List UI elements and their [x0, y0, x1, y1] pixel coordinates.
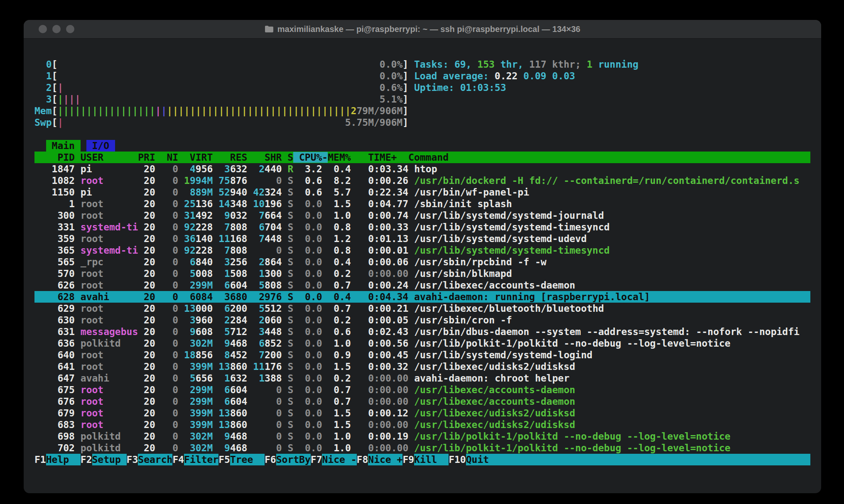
process-row[interactable]: 300 root 20 0 31492 9032 7664 S 0.0 1.0 …: [34, 210, 810, 221]
command-cell: /usr/libexec/udisks2/udisksd: [414, 419, 575, 430]
process-row[interactable]: 641 root 20 0 399M 13860 11176 S 0.0 1.5…: [34, 361, 810, 372]
process-row[interactable]: 698 polkitd 20 0 302M 9468 0 S 0.0 1.0 0…: [34, 431, 810, 442]
fkey-label-search[interactable]: Search: [138, 454, 172, 465]
bar-segment: |: [161, 105, 167, 116]
window-title: maximiliankaske — pi@raspberrypi: ~ — ss…: [277, 24, 580, 34]
cpu-cell: 0.0: [293, 443, 322, 453]
command-cell: htop: [414, 164, 437, 174]
ni-cell: 0: [155, 233, 178, 244]
cpu-cell: 0.0: [293, 257, 322, 267]
command-cell: /usr/libexec/bluetooth/bluetoothd: [414, 303, 604, 314]
fkey-f9[interactable]: F9: [402, 454, 414, 465]
process-row[interactable]: 565 _rpc 20 0 6840 3256 2864 S 0.0 0.4 0…: [34, 256, 810, 268]
bar-segment: |: [57, 117, 63, 128]
column-headers[interactable]: MEM% TIME+ Command: [328, 152, 449, 163]
sort-column-header-cpu[interactable]: CPU%-: [293, 152, 328, 163]
minimize-button[interactable]: [52, 25, 61, 33]
fkey-label-tree[interactable]: Tree: [230, 454, 265, 465]
ni-cell: 0: [155, 222, 178, 232]
meter-row-2: 2[|0.6%] Uptime: 01:03:53: [34, 82, 810, 93]
process-row[interactable]: 679 root 20 0 399M 13860 0 S 0.0 1.5 0:0…: [34, 407, 810, 419]
ni-cell: 0: [155, 268, 178, 279]
meter-bar: |5.75M/906M: [57, 117, 402, 128]
cpu-cell: 0.0: [293, 326, 322, 337]
time-cell: 0:00.00: [351, 373, 408, 384]
tab-io[interactable]: I/O: [86, 140, 115, 152]
process-row[interactable]: 629 root 20 0 13000 6200 5512 S 0.0 0.7 …: [34, 303, 810, 314]
process-row[interactable]: 570 root 20 0 5008 1508 1300 S 0.0 0.2 0…: [34, 268, 810, 279]
command-cell: /usr/libexec/accounts-daemon: [414, 384, 575, 395]
cpu-cell: 0.0: [293, 338, 322, 349]
meter-label: 0: [34, 59, 52, 70]
fkey-f10[interactable]: F10: [449, 454, 466, 465]
process-row[interactable]: 1082 root 20 0 1994M 75876 0 S 0.6 8.2 0…: [34, 175, 810, 186]
close-button[interactable]: [39, 25, 47, 33]
fkey-label-nice[interactable]: Nice +: [368, 454, 402, 465]
fkey-label-kill[interactable]: Kill: [414, 454, 449, 465]
fkey-f6[interactable]: F6: [265, 454, 276, 465]
mem-cell: 0.7: [322, 303, 351, 314]
process-row[interactable]: 365 systemd-ti 20 0 92228 7808 0 S 0.0 0…: [34, 245, 810, 256]
state-cell: S: [287, 187, 293, 198]
user-cell: polkitd: [81, 338, 138, 349]
user-cell: root: [81, 303, 138, 314]
process-row[interactable]: 1 root 20 0 25136 14348 10196 S 0.0 1.5 …: [34, 198, 810, 210]
column-headers[interactable]: PID USER PRI NI VIRT RES SHR S: [34, 152, 293, 163]
command-cell: /usr/lib/polkit-1/polkitd --no-debug --l…: [414, 443, 731, 453]
process-row[interactable]: 675 root 20 0 299M 6604 0 S 0.0 0.7 0:00…: [34, 384, 810, 396]
time-cell: 0:00.24: [351, 280, 408, 291]
state-cell: S: [287, 443, 293, 453]
fkey-label-sortby[interactable]: SortBy: [276, 454, 311, 465]
process-row[interactable]: 1847 pi 20 0 4956 3632 2440 R 3.2 0.4 0:…: [34, 163, 810, 175]
state-cell: S: [287, 396, 293, 407]
time-cell: 0:00.00: [351, 384, 408, 395]
summary-text: thr,: [495, 59, 529, 70]
time-cell: 0:00.12: [351, 408, 408, 418]
fkey-f3[interactable]: F3: [127, 454, 138, 465]
fkey-f5[interactable]: F5: [218, 454, 230, 465]
mem-cell: 0.7: [322, 280, 351, 291]
fkey-label-filter[interactable]: Filter: [184, 454, 218, 465]
tab-main[interactable]: Main: [46, 140, 81, 152]
user-cell: polkitd: [81, 431, 138, 442]
process-row[interactable]: 626 root 20 0 299M 6604 5808 S 0.0 0.7 0…: [34, 279, 810, 291]
cpu-cell: 0.0: [293, 361, 322, 372]
user-cell: systemd-ti: [81, 222, 138, 232]
process-row[interactable]: 683 root 20 0 399M 13860 0 S 0.0 1.5 0:0…: [34, 419, 810, 431]
fkey-label-help[interactable]: Help: [46, 454, 81, 465]
process-row[interactable]: 359 root 20 0 36140 11168 7448 S 0.0 1.2…: [34, 233, 810, 245]
fkey-f1[interactable]: F1: [34, 454, 46, 465]
state-cell: S: [287, 210, 293, 221]
pid-cell: 1: [34, 198, 81, 209]
process-row[interactable]: 331 systemd-ti 20 0 92228 7808 6704 S 0.…: [34, 221, 810, 233]
process-row[interactable]: 676 root 20 0 299M 6604 0 S 0.0 0.7 0:00…: [34, 396, 810, 407]
process-row[interactable]: 640 root 20 0 18856 8452 7200 S 0.0 0.9 …: [34, 349, 810, 361]
process-row[interactable]: 636 polkitd 20 0 302M 9468 6852 S 0.0 1.…: [34, 338, 810, 349]
user-cell: root: [81, 210, 138, 221]
pid-cell: 1082: [34, 175, 81, 186]
process-row[interactable]: 631 messagebus 20 0 9608 5712 3448 S 0.0…: [34, 326, 810, 338]
process-row[interactable]: 1150 pi 20 0 889M 52940 42324 S 0.6 5.7 …: [34, 186, 810, 198]
process-row[interactable]: 630 root 20 0 3960 2284 2060 S 0.0 0.2 0…: [34, 314, 810, 326]
fkey-f4[interactable]: F4: [172, 454, 184, 465]
summary-text: 69: [454, 59, 466, 70]
fkey-label-setup[interactable]: Setup: [92, 454, 127, 465]
cpu-cell: 0.0: [293, 408, 322, 418]
pri-cell: 20: [138, 280, 155, 291]
ni-cell: 0: [155, 315, 178, 325]
zoom-button[interactable]: [66, 25, 74, 33]
state-cell: S: [287, 198, 293, 209]
fkey-label-quit[interactable]: Quit: [466, 454, 501, 465]
fkey-label-nice[interactable]: Nice -: [322, 454, 356, 465]
process-row[interactable]: 628 avahi 20 0 6084 3680 2976 S 0.0 0.4 …: [34, 291, 810, 303]
process-row[interactable]: 702 polkitd 20 0 302M 9468 0 S 0.0 1.0 0…: [34, 442, 810, 454]
cpu-cell: 0.0: [293, 198, 322, 209]
command-cell: /usr/lib/systemd/systemd-timesyncd: [414, 245, 610, 256]
user-cell: pi: [81, 187, 138, 198]
fkey-f2[interactable]: F2: [81, 454, 92, 465]
fkey-f8[interactable]: F8: [357, 454, 368, 465]
state-cell: S: [287, 419, 293, 430]
fkey-f7[interactable]: F7: [311, 454, 322, 465]
bar-segment: |||: [63, 94, 81, 105]
process-row[interactable]: 647 avahi 20 0 5656 1632 1388 S 0.0 0.2 …: [34, 372, 810, 384]
